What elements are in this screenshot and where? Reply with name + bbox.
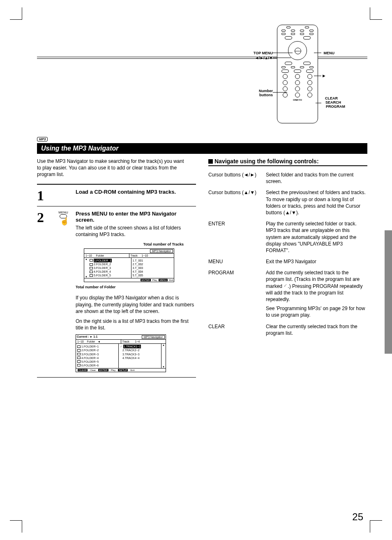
remote-label-topmenu: TOP MENU [254,51,273,55]
folder-item: 1.FOLDER~1 [81,345,99,348]
step-text: On the right side is a list of MP3 track… [76,318,196,331]
hdr: 1~10 [85,254,92,257]
control-desc: Add the currently selected track to the … [266,268,367,322]
hdr: ◄ [97,340,100,343]
control-desc: Clear the currently selected track from … [266,322,367,340]
key-label: Play [111,369,116,371]
hdr: Folder [87,340,95,343]
remote-icon: ENTER ONKYO [277,25,318,123]
track-item: 4.T_004 [133,270,143,273]
hdr: Folder [96,254,104,257]
leader-line [273,92,287,93]
icon-label: MENU [56,211,71,214]
leader-line [273,53,293,53]
control-desc: Play the currently selected folder or tr… [266,219,367,257]
hdr: Track [122,340,129,343]
control-desc: Exit the MP3 Navigator [266,257,367,268]
control-desc: Select folder and tracks from the curren… [266,170,367,188]
key-clear: CLEAR [78,369,88,371]
page-content: ENTER ONKYO TOP MENU ◄/►/▲/▼ Number butt… [0,0,392,540]
key-label: Play [152,279,157,281]
step-title: Press MENU to enter the MP3 Navigator sc… [76,211,196,223]
folder-item: 5.FOLDER~5 [81,360,99,364]
leader-line [273,58,291,58]
subhead-text: Navigate using the following controls: [214,158,319,165]
track-item: 2.T_002 [133,262,143,266]
label-total-tracks: Total number of Tracks [143,242,184,246]
remote-label-number: Number [259,89,273,93]
control-key: MENU [208,257,266,268]
control-key: ENTER [208,219,266,257]
hdr: Track [131,254,138,257]
control-key: PROGRAM [208,268,266,322]
current-indicator: Current : ► 1-1 [77,335,98,339]
controls-table: Cursor buttons (◄/►) Select folder and t… [208,170,367,340]
remote-label-program: PROGRAM [326,104,345,109]
right-column: Navigate using the following controls: C… [208,158,367,382]
track-item: 3.TRACK3~3 [122,352,139,356]
folder-item: 3.FOLDER_3 [94,266,111,270]
step-text: The left side of the screen shows a list… [76,225,196,238]
intro-text: Use the MP3 Navigator to make searching … [37,158,189,178]
remote-diagram: ENTER ONKYO TOP MENU ◄/►/▲/▼ Number butt… [37,25,367,132]
step-text: If you display the MP3 Navigator when a … [76,294,196,315]
hdr: 1~10 [141,254,148,257]
hdr: 1~10 [77,340,84,343]
folder-item: 5.FOLDER_5 [94,273,111,277]
leader-line [314,76,321,76]
folder-item: 6.FOLDER~6 [81,364,99,367]
remote-label-buttons: buttons [259,93,273,97]
step-number: 2 [37,211,51,374]
control-key: CLEAR [208,322,266,340]
step-2: 2 MENU ☝ Press MENU to enter the MP3 Nav… [37,211,196,374]
track-item: 5.T_005 [133,273,143,277]
key-enter: ENTER [141,279,150,281]
control-key: Cursor buttons (▲/▼) [208,188,266,219]
track-item: 1.T_001 [133,259,143,262]
nav-screen-2: Current : ► 1-1 MP3 Navigator 1~10 Folde… [76,334,166,372]
remote-label-search: SEARCH [325,100,341,104]
remote-label-menu: MENU [324,51,335,55]
label-total-folder: Total number of Folder [76,285,115,289]
text: See 'Programming MP3s' on page 29 for ho… [266,305,366,318]
folder-item: 2.FOLDER_2 [94,262,111,266]
track-item: 2.TRACK2~2 [122,348,139,352]
left-column: Use the MP3 Navigator to make searching … [37,158,196,382]
screen-tab: MP3 Navigator [150,249,173,253]
section-title: Using the MP3 Navigator [37,143,367,154]
menu-button-icon: MENU ☝ [56,211,71,374]
page-number: 25 [352,511,363,523]
step-title: Load a CD-ROM containing MP3 tracks. [76,189,196,195]
remote-label-play: ► [322,73,326,78]
track-item: 1.TRACK1~1 [123,345,141,348]
folder-item: 1.FOLDER_1 [94,259,112,262]
screen-tab: MP3 Navigator [142,335,165,339]
key-enter: ENTER [98,369,108,371]
folder-item: 4.FOLDER_4 [94,270,111,273]
key-label: Exit [130,369,134,371]
folder-item: 3.FOLDER~3 [81,352,99,356]
remote-label-arrows: ◄/►/▲/▼ [255,56,273,60]
key-menu: MENU [159,279,168,281]
folder-item: 2.FOLDER~2 [81,348,99,352]
control-desc: Select the previous/next of folders and … [266,188,367,219]
subheading: Navigate using the following controls: [208,158,367,166]
key-label: Clear [90,369,96,371]
step-number: 1 [37,189,51,203]
track-item: 4.TRACK4~4 [122,356,139,360]
step-1: 1 Load a CD-ROM containing MP3 tracks. [37,189,196,203]
control-key: Cursor buttons (◄/►) [208,170,266,188]
leader-line [314,53,321,53]
remote-label-clear: CLEAR [325,96,338,100]
mp3-badge: MP3 [37,137,48,141]
key-setup: SETUP [118,369,128,371]
leader-line [316,103,321,103]
hdr: 1~4 [135,340,140,343]
check-icon [284,284,288,288]
track-item: 3.T_003 [133,266,143,270]
key-label: Exit [169,279,173,281]
folder-item: 4.FOLDER~4 [81,356,99,360]
nav-screen-1: MP3 Navigator 1~10 Folder Track 1~10 ▲▼ … [84,248,174,282]
